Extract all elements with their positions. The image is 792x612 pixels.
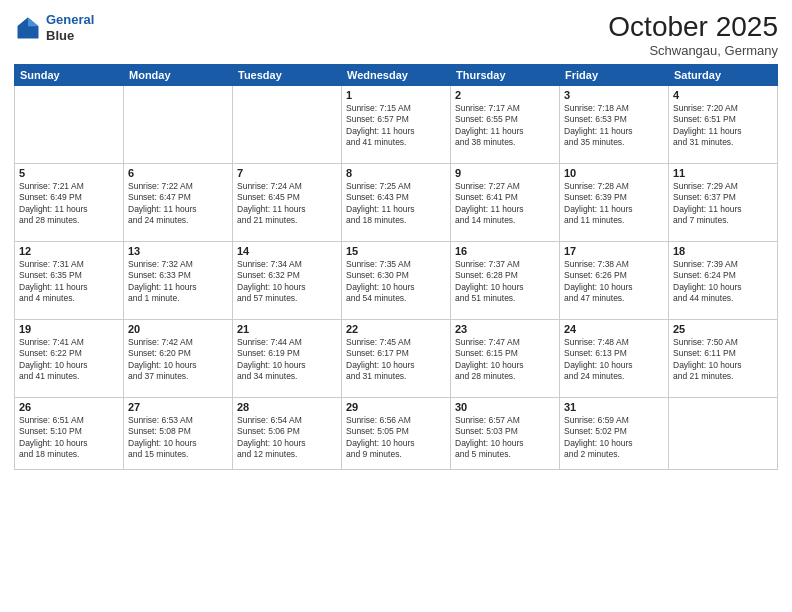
- svg-marker-2: [18, 17, 29, 26]
- col-sunday: Sunday: [15, 64, 124, 85]
- day-cell: 24Sunrise: 7:48 AM Sunset: 6:13 PM Dayli…: [560, 319, 669, 397]
- title-block: October 2025 Schwangau, Germany: [608, 12, 778, 58]
- day-info: Sunrise: 7:15 AM Sunset: 6:57 PM Dayligh…: [346, 103, 446, 149]
- day-cell: 10Sunrise: 7:28 AM Sunset: 6:39 PM Dayli…: [560, 163, 669, 241]
- day-info: Sunrise: 7:29 AM Sunset: 6:37 PM Dayligh…: [673, 181, 773, 227]
- day-info: Sunrise: 7:50 AM Sunset: 6:11 PM Dayligh…: [673, 337, 773, 383]
- day-info: Sunrise: 7:39 AM Sunset: 6:24 PM Dayligh…: [673, 259, 773, 305]
- col-tuesday: Tuesday: [233, 64, 342, 85]
- logo-line1: General: [46, 12, 94, 27]
- day-cell: [15, 85, 124, 163]
- day-number: 2: [455, 89, 555, 101]
- day-info: Sunrise: 6:59 AM Sunset: 5:02 PM Dayligh…: [564, 415, 664, 461]
- day-cell: 29Sunrise: 6:56 AM Sunset: 5:05 PM Dayli…: [342, 397, 451, 469]
- day-info: Sunrise: 7:37 AM Sunset: 6:28 PM Dayligh…: [455, 259, 555, 305]
- day-info: Sunrise: 7:25 AM Sunset: 6:43 PM Dayligh…: [346, 181, 446, 227]
- day-number: 15: [346, 245, 446, 257]
- header-row: Sunday Monday Tuesday Wednesday Thursday…: [15, 64, 778, 85]
- day-cell: 13Sunrise: 7:32 AM Sunset: 6:33 PM Dayli…: [124, 241, 233, 319]
- day-cell: 25Sunrise: 7:50 AM Sunset: 6:11 PM Dayli…: [669, 319, 778, 397]
- day-cell: 18Sunrise: 7:39 AM Sunset: 6:24 PM Dayli…: [669, 241, 778, 319]
- day-cell: 28Sunrise: 6:54 AM Sunset: 5:06 PM Dayli…: [233, 397, 342, 469]
- day-cell: 4Sunrise: 7:20 AM Sunset: 6:51 PM Daylig…: [669, 85, 778, 163]
- day-cell: 15Sunrise: 7:35 AM Sunset: 6:30 PM Dayli…: [342, 241, 451, 319]
- day-number: 10: [564, 167, 664, 179]
- day-info: Sunrise: 7:38 AM Sunset: 6:26 PM Dayligh…: [564, 259, 664, 305]
- week-row-3: 12Sunrise: 7:31 AM Sunset: 6:35 PM Dayli…: [15, 241, 778, 319]
- day-info: Sunrise: 7:44 AM Sunset: 6:19 PM Dayligh…: [237, 337, 337, 383]
- day-info: Sunrise: 6:56 AM Sunset: 5:05 PM Dayligh…: [346, 415, 446, 461]
- day-number: 21: [237, 323, 337, 335]
- svg-marker-1: [28, 17, 39, 26]
- week-row-4: 19Sunrise: 7:41 AM Sunset: 6:22 PM Dayli…: [15, 319, 778, 397]
- day-number: 1: [346, 89, 446, 101]
- day-info: Sunrise: 7:47 AM Sunset: 6:15 PM Dayligh…: [455, 337, 555, 383]
- day-number: 17: [564, 245, 664, 257]
- day-cell: 7Sunrise: 7:24 AM Sunset: 6:45 PM Daylig…: [233, 163, 342, 241]
- day-number: 12: [19, 245, 119, 257]
- day-cell: 8Sunrise: 7:25 AM Sunset: 6:43 PM Daylig…: [342, 163, 451, 241]
- day-info: Sunrise: 7:24 AM Sunset: 6:45 PM Dayligh…: [237, 181, 337, 227]
- page: General Blue October 2025 Schwangau, Ger…: [0, 0, 792, 612]
- logo-line2: Blue: [46, 28, 94, 44]
- day-info: Sunrise: 6:51 AM Sunset: 5:10 PM Dayligh…: [19, 415, 119, 461]
- day-cell: [124, 85, 233, 163]
- day-number: 26: [19, 401, 119, 413]
- day-number: 30: [455, 401, 555, 413]
- day-info: Sunrise: 7:31 AM Sunset: 6:35 PM Dayligh…: [19, 259, 119, 305]
- day-cell: 19Sunrise: 7:41 AM Sunset: 6:22 PM Dayli…: [15, 319, 124, 397]
- col-saturday: Saturday: [669, 64, 778, 85]
- day-info: Sunrise: 6:54 AM Sunset: 5:06 PM Dayligh…: [237, 415, 337, 461]
- logo-text: General Blue: [46, 12, 94, 43]
- day-number: 25: [673, 323, 773, 335]
- logo: General Blue: [14, 12, 94, 43]
- day-number: 18: [673, 245, 773, 257]
- day-cell: 11Sunrise: 7:29 AM Sunset: 6:37 PM Dayli…: [669, 163, 778, 241]
- day-cell: 21Sunrise: 7:44 AM Sunset: 6:19 PM Dayli…: [233, 319, 342, 397]
- day-number: 14: [237, 245, 337, 257]
- day-info: Sunrise: 7:21 AM Sunset: 6:49 PM Dayligh…: [19, 181, 119, 227]
- day-cell: 30Sunrise: 6:57 AM Sunset: 5:03 PM Dayli…: [451, 397, 560, 469]
- day-number: 7: [237, 167, 337, 179]
- day-info: Sunrise: 7:17 AM Sunset: 6:55 PM Dayligh…: [455, 103, 555, 149]
- day-cell: 23Sunrise: 7:47 AM Sunset: 6:15 PM Dayli…: [451, 319, 560, 397]
- day-cell: [669, 397, 778, 469]
- day-cell: 6Sunrise: 7:22 AM Sunset: 6:47 PM Daylig…: [124, 163, 233, 241]
- day-number: 24: [564, 323, 664, 335]
- day-cell: 3Sunrise: 7:18 AM Sunset: 6:53 PM Daylig…: [560, 85, 669, 163]
- day-number: 6: [128, 167, 228, 179]
- day-number: 28: [237, 401, 337, 413]
- header: General Blue October 2025 Schwangau, Ger…: [14, 12, 778, 58]
- day-number: 27: [128, 401, 228, 413]
- col-thursday: Thursday: [451, 64, 560, 85]
- day-number: 13: [128, 245, 228, 257]
- day-info: Sunrise: 7:28 AM Sunset: 6:39 PM Dayligh…: [564, 181, 664, 227]
- day-number: 19: [19, 323, 119, 335]
- day-number: 31: [564, 401, 664, 413]
- day-number: 4: [673, 89, 773, 101]
- week-row-5: 26Sunrise: 6:51 AM Sunset: 5:10 PM Dayli…: [15, 397, 778, 469]
- day-info: Sunrise: 7:48 AM Sunset: 6:13 PM Dayligh…: [564, 337, 664, 383]
- day-number: 11: [673, 167, 773, 179]
- col-wednesday: Wednesday: [342, 64, 451, 85]
- day-cell: 22Sunrise: 7:45 AM Sunset: 6:17 PM Dayli…: [342, 319, 451, 397]
- day-cell: 16Sunrise: 7:37 AM Sunset: 6:28 PM Dayli…: [451, 241, 560, 319]
- day-cell: 26Sunrise: 6:51 AM Sunset: 5:10 PM Dayli…: [15, 397, 124, 469]
- day-number: 29: [346, 401, 446, 413]
- day-number: 5: [19, 167, 119, 179]
- day-info: Sunrise: 7:32 AM Sunset: 6:33 PM Dayligh…: [128, 259, 228, 305]
- day-info: Sunrise: 6:53 AM Sunset: 5:08 PM Dayligh…: [128, 415, 228, 461]
- month-title: October 2025: [608, 12, 778, 43]
- day-info: Sunrise: 7:42 AM Sunset: 6:20 PM Dayligh…: [128, 337, 228, 383]
- day-number: 20: [128, 323, 228, 335]
- day-cell: 5Sunrise: 7:21 AM Sunset: 6:49 PM Daylig…: [15, 163, 124, 241]
- day-info: Sunrise: 7:27 AM Sunset: 6:41 PM Dayligh…: [455, 181, 555, 227]
- day-number: 22: [346, 323, 446, 335]
- day-cell: 17Sunrise: 7:38 AM Sunset: 6:26 PM Dayli…: [560, 241, 669, 319]
- location: Schwangau, Germany: [608, 43, 778, 58]
- col-friday: Friday: [560, 64, 669, 85]
- day-number: 16: [455, 245, 555, 257]
- week-row-1: 1Sunrise: 7:15 AM Sunset: 6:57 PM Daylig…: [15, 85, 778, 163]
- day-number: 3: [564, 89, 664, 101]
- day-info: Sunrise: 7:41 AM Sunset: 6:22 PM Dayligh…: [19, 337, 119, 383]
